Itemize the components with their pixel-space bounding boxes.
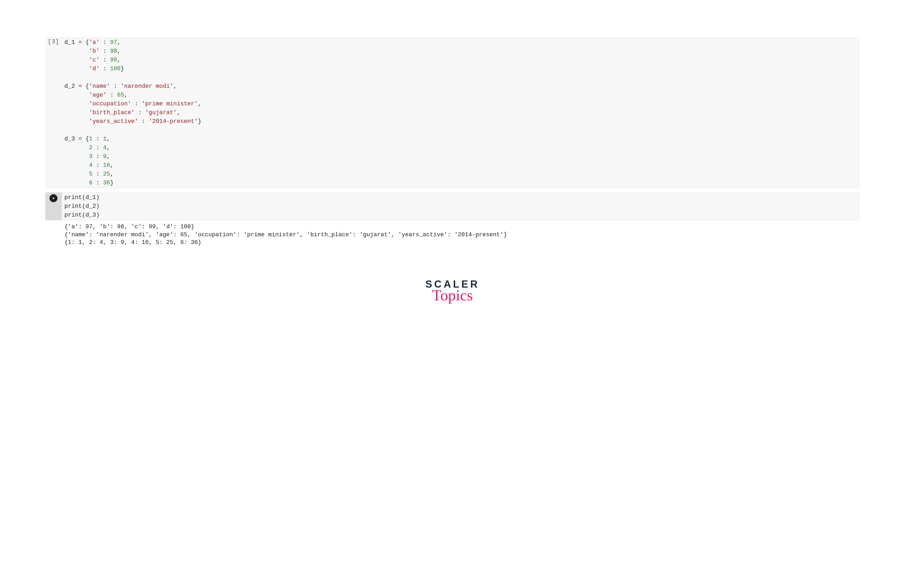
code-ck cell-1[interactable]: [3] d_1 = {'a' : 97, 'b' : 98, 'c' : 99,…	[45, 37, 860, 188]
cell-separator	[45, 188, 860, 192]
notebook-page: [3] d_1 = {'a' : 97, 'b' : 98, 'c' : 99,…	[0, 0, 905, 318]
cell-prompt-gutter: [3]	[45, 38, 62, 188]
cell-output: {'a': 97, 'b': 98, 'c': 99, 'd': 100} {'…	[62, 220, 860, 249]
logo-line2: Topics	[425, 288, 479, 302]
code-editor[interactable]: d_1 = {'a' : 97, 'b' : 98, 'c' : 99, 'd'…	[62, 38, 860, 188]
code-cell cell-2[interactable]: print(d_1) print(d_2) print(d_3)	[45, 192, 860, 220]
cell-prompt-gutter	[45, 193, 62, 220]
code-editor[interactable]: print(d_1) print(d_2) print(d_3)	[62, 193, 860, 220]
footer-logo-wrap: SCALER Topics	[45, 279, 860, 302]
scaler-topics-logo: SCALER Topics	[425, 279, 479, 302]
play-icon	[52, 197, 56, 200]
output-gutter	[45, 220, 62, 249]
run-cell-button[interactable]	[49, 194, 57, 202]
execution-count: [3]	[48, 39, 59, 45]
cell-output-row: {'a': 97, 'b': 98, 'c': 99, 'd': 100} {'…	[45, 220, 860, 249]
